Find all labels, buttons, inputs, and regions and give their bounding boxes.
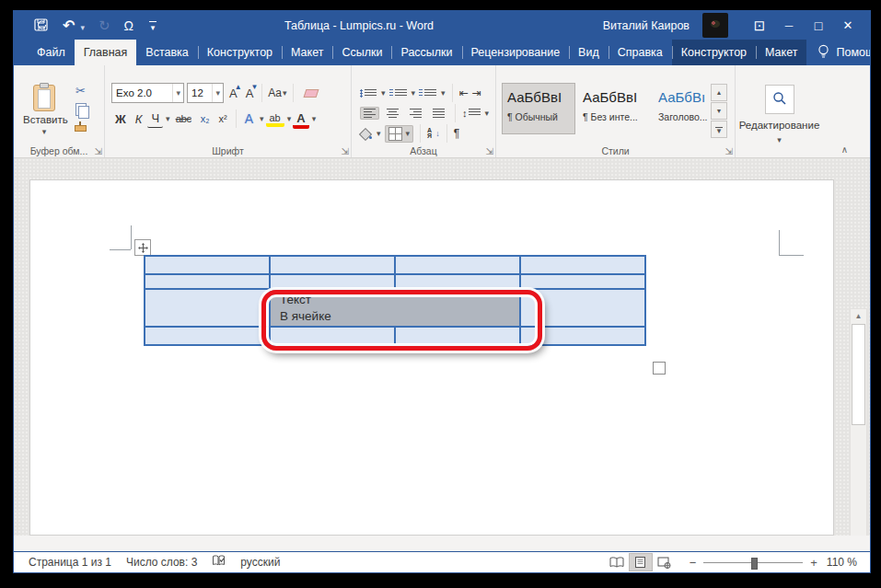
- align-left-button[interactable]: [360, 107, 379, 120]
- proofing-icon[interactable]: [212, 555, 226, 570]
- table-cell[interactable]: [395, 327, 520, 345]
- grow-font-button[interactable]: А▲: [226, 86, 240, 101]
- decrease-indent-icon[interactable]: [459, 86, 469, 99]
- table-cell[interactable]: [520, 327, 645, 345]
- ribbon-display-options-icon[interactable]: [745, 11, 774, 40]
- copy-icon[interactable]: [75, 103, 87, 116]
- page-indicator[interactable]: Страница 1 из 1: [29, 556, 111, 569]
- user-name[interactable]: Виталий Каиров: [603, 19, 690, 32]
- maximize-button[interactable]: [804, 11, 833, 40]
- customize-qat-icon[interactable]: [149, 21, 156, 29]
- word-count[interactable]: Число слов: 3: [126, 556, 197, 569]
- sort-button[interactable]: АЯ: [427, 128, 432, 139]
- zoom-slider-thumb[interactable]: [751, 558, 758, 570]
- table-cell[interactable]: [395, 274, 520, 289]
- font-size-combo[interactable]: 12: [187, 83, 224, 103]
- table-cell[interactable]: [145, 327, 270, 345]
- tab-help[interactable]: Справка: [609, 40, 672, 65]
- zoom-percentage[interactable]: 110 %: [827, 556, 857, 569]
- style-normal[interactable]: АаБбВвІ ¶ Обычный: [502, 83, 575, 134]
- shrink-font-button[interactable]: А▼: [243, 86, 257, 101]
- font-name-caret[interactable]: [172, 84, 183, 102]
- clear-formatting-icon[interactable]: [303, 89, 319, 98]
- subscript-button[interactable]: x₂: [197, 111, 214, 126]
- table-cell[interactable]: [270, 274, 395, 289]
- paste-caret[interactable]: [23, 125, 65, 136]
- styles-more-button[interactable]: [711, 121, 727, 138]
- font-size-caret[interactable]: [212, 84, 223, 102]
- zoom-out-button[interactable]: −: [690, 556, 697, 570]
- undo-dropdown-caret[interactable]: [80, 18, 85, 33]
- page[interactable]: Текст В ячейке: [29, 179, 834, 536]
- paste-button[interactable]: Вставить: [23, 85, 65, 136]
- scroll-up-arrow[interactable]: ▲: [851, 309, 866, 323]
- table-cell[interactable]: [270, 256, 395, 274]
- tab-references[interactable]: Ссылки: [332, 40, 391, 65]
- close-button[interactable]: [833, 11, 863, 40]
- tab-file[interactable]: Файл: [28, 40, 75, 65]
- tab-insert[interactable]: Вставка: [136, 40, 197, 65]
- font-color-button[interactable]: А: [293, 110, 308, 129]
- tab-review[interactable]: Рецензирование: [462, 40, 570, 65]
- font-dialog-launcher[interactable]: [342, 147, 349, 156]
- save-icon[interactable]: [34, 18, 49, 32]
- increase-indent-icon[interactable]: [472, 86, 481, 99]
- table-cell[interactable]: [145, 289, 270, 327]
- tab-layout[interactable]: Макет: [282, 40, 332, 65]
- bold-button[interactable]: Ж: [111, 110, 130, 128]
- underline-caret[interactable]: [166, 114, 170, 123]
- document-table[interactable]: Текст В ячейке: [144, 255, 646, 346]
- find-button[interactable]: [765, 85, 794, 114]
- minimize-button[interactable]: [774, 11, 804, 40]
- text-effects-caret[interactable]: [260, 114, 264, 123]
- tab-home[interactable]: Главная: [75, 40, 137, 65]
- clipboard-dialog-launcher[interactable]: [95, 147, 102, 156]
- styles-dialog-launcher[interactable]: [725, 147, 733, 156]
- align-right-button[interactable]: [406, 107, 425, 120]
- font-color-caret[interactable]: [312, 114, 317, 123]
- zoom-slider[interactable]: [703, 562, 803, 563]
- bullets-icon[interactable]: [360, 89, 377, 98]
- highlight-caret[interactable]: [287, 114, 292, 123]
- vertical-scroll-thumb[interactable]: [852, 324, 865, 425]
- underline-button[interactable]: Ч: [147, 110, 163, 128]
- table-cell[interactable]: [270, 327, 395, 345]
- merged-cell-selected[interactable]: Текст В ячейке: [270, 289, 520, 327]
- read-mode-icon[interactable]: [605, 553, 629, 571]
- table-resize-handle[interactable]: [653, 362, 666, 375]
- text-effects-button[interactable]: А: [241, 110, 257, 128]
- tab-mailings[interactable]: Рассылки: [391, 40, 461, 65]
- styles-scroll-down[interactable]: ▼: [711, 102, 727, 120]
- cut-icon[interactable]: [75, 84, 86, 98]
- tab-design[interactable]: Конструктор: [198, 40, 282, 65]
- multilevel-list-icon[interactable]: [419, 89, 436, 98]
- shading-icon[interactable]: [360, 129, 372, 138]
- table-cell[interactable]: [145, 256, 270, 274]
- editing-caret[interactable]: [736, 133, 823, 145]
- justify-button[interactable]: [429, 107, 448, 120]
- tab-table-design[interactable]: Конструктор: [672, 40, 756, 65]
- table-cell[interactable]: [520, 289, 645, 327]
- line-spacing-icon[interactable]: [462, 107, 481, 120]
- web-layout-icon[interactable]: [653, 553, 677, 571]
- style-no-spacing[interactable]: АаБбВвІ ¶ Без инте...: [577, 83, 651, 134]
- table-cell[interactable]: [145, 274, 270, 289]
- format-painter-icon[interactable]: [75, 125, 87, 132]
- highlight-color-button[interactable]: ab: [266, 110, 284, 127]
- print-layout-icon[interactable]: [629, 553, 653, 571]
- tab-table-layout[interactable]: Макет: [756, 40, 806, 65]
- insert-symbol-icon[interactable]: Ω: [124, 19, 133, 32]
- tab-view[interactable]: Вид: [569, 40, 609, 65]
- table-move-handle[interactable]: [134, 239, 151, 256]
- table-cell[interactable]: [520, 256, 645, 274]
- numbering-icon[interactable]: [389, 89, 407, 98]
- zoom-in-button[interactable]: +: [810, 556, 817, 570]
- table-cell[interactable]: [395, 256, 520, 274]
- collapse-ribbon-icon[interactable]: [841, 144, 848, 155]
- change-case-button[interactable]: Aa: [268, 86, 286, 99]
- italic-button[interactable]: К: [132, 110, 146, 128]
- borders-button[interactable]: [385, 125, 414, 143]
- table-cell[interactable]: [520, 274, 645, 289]
- styles-scroll-up[interactable]: ▲: [711, 84, 727, 101]
- vertical-scrollbar[interactable]: ▲ ▼: [850, 308, 867, 536]
